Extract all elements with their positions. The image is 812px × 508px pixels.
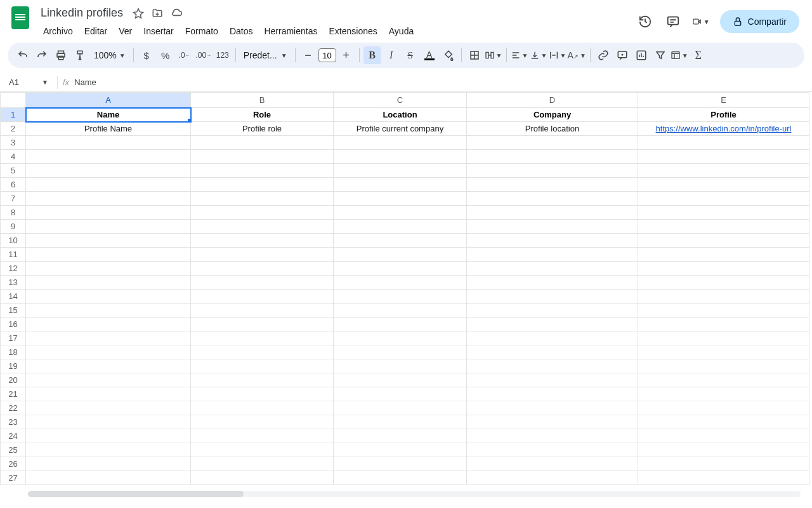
paint-format-button[interactable] [71, 46, 89, 64]
star-icon[interactable] [132, 7, 145, 20]
menu-editar[interactable]: Editar [79, 23, 113, 39]
text-color-button[interactable]: A [421, 46, 438, 64]
cell[interactable] [191, 206, 334, 220]
cell[interactable] [334, 401, 467, 415]
cell[interactable] [638, 290, 809, 304]
cell[interactable] [26, 150, 191, 164]
cell[interactable] [638, 234, 809, 248]
cell[interactable] [26, 457, 191, 471]
cell[interactable] [334, 290, 467, 304]
menu-ayuda[interactable]: Ayuda [384, 23, 419, 39]
grid-container[interactable]: ABCDE1NameRoleLocationCompanyProfile2Pro… [0, 92, 812, 498]
cell[interactable] [26, 471, 191, 485]
cell[interactable] [334, 262, 467, 276]
cell[interactable] [638, 331, 809, 345]
cell[interactable] [191, 471, 334, 485]
merge-cells-button[interactable]: ▼ [485, 46, 502, 64]
select-all-corner[interactable] [1, 93, 26, 108]
row-header-13[interactable]: 13 [1, 276, 26, 290]
cell[interactable] [334, 304, 467, 318]
cell[interactable]: Profile Name [26, 122, 191, 136]
font-size-input[interactable] [318, 48, 336, 62]
cell[interactable] [638, 192, 809, 206]
row-header-10[interactable]: 10 [1, 234, 26, 248]
cell[interactable]: Location [334, 108, 467, 122]
v-align-button[interactable]: ▼ [530, 46, 547, 64]
h-scroll-thumb[interactable] [28, 491, 244, 497]
cell[interactable] [334, 429, 467, 443]
cell[interactable] [334, 136, 467, 150]
history-icon[interactable] [636, 13, 654, 30]
wrap-button[interactable]: ▼ [549, 46, 566, 64]
cell[interactable] [467, 415, 638, 429]
menu-ver[interactable]: Ver [114, 23, 137, 39]
cell[interactable] [191, 192, 334, 206]
cell[interactable] [26, 304, 191, 318]
borders-button[interactable] [466, 46, 483, 64]
cell[interactable] [26, 178, 191, 192]
row-header-21[interactable]: 21 [1, 387, 26, 401]
cell[interactable] [467, 220, 638, 234]
percent-button[interactable]: % [157, 46, 174, 64]
col-header-B[interactable]: B [191, 93, 334, 108]
comment-button[interactable] [613, 46, 631, 64]
cell[interactable] [638, 220, 809, 234]
cell[interactable] [334, 415, 467, 429]
menu-herramientas[interactable]: Herramientas [259, 23, 322, 39]
row-header-26[interactable]: 26 [1, 457, 26, 471]
cell[interactable] [26, 234, 191, 248]
cell[interactable] [334, 164, 467, 178]
row-header-16[interactable]: 16 [1, 318, 26, 331]
cell[interactable] [26, 136, 191, 150]
cell[interactable] [191, 429, 334, 443]
print-button[interactable] [52, 46, 70, 64]
row-header-18[interactable]: 18 [1, 345, 26, 359]
cell[interactable] [191, 248, 334, 262]
cell[interactable] [26, 359, 191, 373]
cell[interactable] [334, 457, 467, 471]
decrease-decimal-button[interactable]: .0← [176, 46, 193, 64]
cell[interactable] [191, 318, 334, 331]
cell[interactable] [191, 387, 334, 401]
cell[interactable] [638, 401, 809, 415]
cell[interactable]: Role [191, 108, 334, 122]
cell[interactable] [638, 359, 809, 373]
row-header-22[interactable]: 22 [1, 401, 26, 415]
cell[interactable] [467, 262, 638, 276]
row-header-25[interactable]: 25 [1, 443, 26, 457]
cell[interactable] [638, 457, 809, 471]
cloud-status-icon[interactable] [170, 7, 183, 20]
cell[interactable] [334, 150, 467, 164]
row-header-15[interactable]: 15 [1, 304, 26, 318]
cell[interactable] [26, 401, 191, 415]
menu-insertar[interactable]: Insertar [138, 23, 178, 39]
cell[interactable] [467, 290, 638, 304]
col-header-D[interactable]: D [467, 93, 638, 108]
cell[interactable] [191, 262, 334, 276]
cell[interactable] [334, 345, 467, 359]
cell[interactable] [467, 345, 638, 359]
col-header-A[interactable]: A [26, 93, 191, 108]
currency-button[interactable]: $ [138, 46, 155, 64]
cell[interactable] [638, 304, 809, 318]
cell[interactable] [638, 318, 809, 331]
cell[interactable] [191, 331, 334, 345]
menu-formato[interactable]: Formato [180, 23, 223, 39]
cell[interactable] [26, 387, 191, 401]
cell[interactable] [191, 304, 334, 318]
row-header-27[interactable]: 27 [1, 471, 26, 485]
fill-color-button[interactable] [440, 46, 457, 64]
sheets-logo[interactable] [8, 5, 33, 30]
cell[interactable] [191, 401, 334, 415]
cell[interactable] [191, 150, 334, 164]
filter-button[interactable] [652, 46, 669, 64]
cell[interactable] [191, 373, 334, 387]
cell[interactable] [26, 248, 191, 262]
cell[interactable] [334, 387, 467, 401]
filter-views-button[interactable]: ▼ [671, 46, 688, 64]
cell[interactable] [638, 136, 809, 150]
more-formats-button[interactable]: 123 [214, 46, 232, 64]
cell[interactable] [191, 178, 334, 192]
cell[interactable]: Profile [638, 108, 809, 122]
row-header-2[interactable]: 2 [1, 122, 26, 136]
